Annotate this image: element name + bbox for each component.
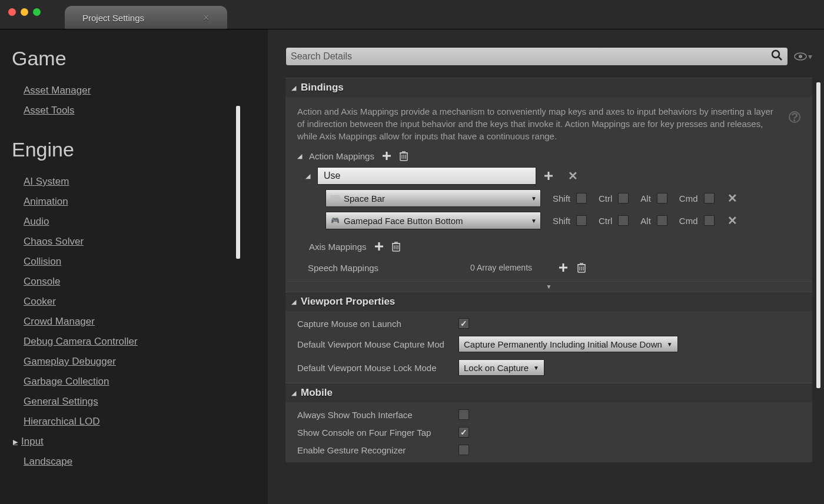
add-axis-mapping-button[interactable] (374, 241, 384, 252)
bindings-description: Action and Axis Mappings provide a mecha… (297, 105, 800, 142)
sidebar-item-ai-system[interactable]: AI System (24, 172, 256, 192)
maximize-window-button[interactable] (33, 8, 41, 16)
chevron-right-icon: ▶ (13, 438, 18, 446)
view-options-button[interactable]: ▾ (794, 52, 812, 61)
key-binding-row: 🎮 Gamepad Face Button Bottom ▼ Shift Ctr… (325, 212, 800, 229)
sidebar-item-debug-camera-controller[interactable]: Debug Camera Controller (24, 332, 256, 352)
expand-icon[interactable]: ◢ (291, 389, 296, 397)
sidebar-item-cooker[interactable]: Cooker (24, 292, 256, 312)
section-header-viewport[interactable]: ◢ Viewport Properties (285, 292, 812, 311)
eye-icon (794, 52, 807, 61)
add-action-mapping-button[interactable] (381, 151, 392, 161)
modifier-shift-label: Shift (553, 193, 570, 203)
key-selector-dropdown[interactable]: 🎮 Gamepad Face Button Bottom ▼ (325, 212, 541, 229)
modifier-alt-checkbox[interactable] (657, 193, 667, 203)
section-expand-handle[interactable]: ▼ (285, 281, 812, 292)
key-label: Gamepad Face Button Bottom (344, 216, 527, 226)
remove-key-button[interactable]: ✕ (727, 213, 737, 228)
prop-label: Enable Gesture Recognizer (285, 445, 451, 455)
titlebar: Project Settings × (0, 0, 824, 29)
speech-mappings-value: 0 Array elements (470, 263, 532, 272)
action-name-input[interactable] (317, 167, 536, 185)
section-header-bindings[interactable]: ◢ Bindings (285, 78, 812, 97)
mobile-body: Always Show Touch Interface Show Console… (285, 402, 812, 462)
sidebar-item-garbage-collection[interactable]: Garbage Collection (24, 372, 256, 392)
add-key-button[interactable] (543, 171, 554, 181)
expand-icon[interactable]: ◢ (305, 172, 310, 180)
content-scrollbar[interactable] (816, 82, 820, 388)
prop-row-touch-interface: Always Show Touch Interface (285, 406, 812, 423)
tab-project-settings[interactable]: Project Settings × (65, 6, 227, 29)
expand-icon[interactable]: ◢ (291, 84, 296, 92)
chevron-down-icon: ▼ (533, 365, 539, 371)
action-name-row: ◢ ✕ (305, 167, 800, 185)
sidebar-item-asset-manager[interactable]: Asset Manager (24, 81, 256, 101)
chevron-down-icon: ▼ (667, 341, 673, 348)
prop-label: Always Show Touch Interface (285, 410, 451, 420)
key-selector-dropdown[interactable]: ⌨ Space Bar ▼ (325, 189, 541, 207)
content-panel: ▾ ◢ Bindings Action and Axis Mappings pr… (268, 29, 824, 504)
add-speech-mapping-button[interactable] (558, 262, 569, 273)
gesture-checkbox[interactable] (458, 445, 469, 455)
touch-interface-checkbox[interactable] (458, 409, 469, 420)
action-mappings-label: Action Mappings (309, 151, 374, 161)
expand-icon[interactable]: ◢ (297, 152, 302, 160)
sidebar: Game Asset Manager Asset Tools Engine AI… (0, 29, 268, 504)
sidebar-item-animation[interactable]: Animation (24, 192, 256, 212)
sidebar-item-crowd-manager[interactable]: Crowd Manager (24, 312, 256, 332)
remove-action-button[interactable]: ✕ (568, 169, 578, 183)
action-mappings-row: ◢ Action Mappings (297, 151, 800, 161)
sidebar-item-collision[interactable]: Collision (24, 252, 256, 272)
help-icon[interactable]: ? (789, 111, 800, 123)
sidebar-scrollbar[interactable] (236, 106, 240, 259)
tab-close-icon[interactable]: × (203, 12, 210, 24)
modifier-alt-label: Alt (640, 193, 651, 203)
section-header-mobile[interactable]: ◢ Mobile (285, 383, 812, 402)
modifier-alt-checkbox[interactable] (657, 215, 667, 226)
capture-on-launch-checkbox[interactable] (458, 318, 469, 329)
close-window-button[interactable] (8, 8, 16, 16)
delete-action-mapping-button[interactable] (399, 151, 408, 161)
modifier-ctrl-checkbox[interactable] (618, 215, 629, 226)
svg-point-3 (799, 55, 802, 58)
sidebar-item-asset-tools[interactable]: Asset Tools (24, 101, 256, 121)
modifier-cmd-checkbox[interactable] (704, 193, 715, 203)
window-controls (8, 8, 41, 16)
prop-label: Show Console on Four Finger Tap (285, 428, 451, 438)
modifier-cmd-checkbox[interactable] (704, 215, 715, 226)
tab-title: Project Settings (82, 13, 144, 23)
chevron-down-icon: ▼ (531, 218, 537, 224)
sidebar-item-gameplay-debugger[interactable]: Gameplay Debugger (24, 352, 256, 372)
modifier-shift-checkbox[interactable] (576, 215, 587, 226)
lock-mode-dropdown[interactable]: Lock on Capture ▼ (458, 359, 544, 376)
prop-label: Default Viewport Mouse Capture Mod (285, 339, 451, 349)
delete-speech-mapping-button[interactable] (577, 262, 586, 273)
modifier-ctrl-checkbox[interactable] (618, 193, 629, 203)
category-game-title: Game (12, 47, 256, 70)
sidebar-item-hierarchical-lod[interactable]: Hierarchical LOD (24, 412, 256, 432)
prop-label: Capture Mouse on Launch (285, 319, 451, 329)
modifier-shift-checkbox[interactable] (576, 193, 587, 203)
sidebar-item-console[interactable]: Console (24, 272, 256, 292)
prop-label: Default Viewport Mouse Lock Mode (285, 363, 451, 373)
expand-icon[interactable]: ◢ (291, 298, 296, 306)
prop-row-gesture: Enable Gesture Recognizer (285, 441, 812, 459)
sidebar-item-general-settings[interactable]: General Settings (24, 392, 256, 412)
sidebar-item-input[interactable]: ▶ Input (24, 432, 256, 452)
sidebar-item-audio[interactable]: Audio (24, 212, 256, 232)
remove-key-button[interactable]: ✕ (727, 191, 737, 205)
search-box[interactable] (285, 47, 788, 66)
capture-mode-dropdown[interactable]: Capture Permanently Including Initial Mo… (458, 336, 678, 352)
minimize-window-button[interactable] (21, 8, 28, 16)
sidebar-item-landscape[interactable]: Landscape (24, 452, 256, 472)
console-tap-checkbox[interactable] (458, 427, 469, 438)
sidebar-item-chaos-solver[interactable]: Chaos Solver (24, 232, 256, 252)
category-engine-items: AI System Animation Audio Chaos Solver C… (24, 172, 256, 472)
bindings-body: Action and Axis Mappings provide a mecha… (285, 97, 812, 281)
search-input[interactable] (291, 51, 771, 62)
prop-row-lock-mode: Default Viewport Mouse Lock Mode Lock on… (285, 356, 812, 379)
prop-row-console-tap: Show Console on Four Finger Tap (285, 423, 812, 441)
category-engine-title: Engine (12, 138, 256, 161)
modifier-ctrl-label: Ctrl (599, 193, 612, 203)
delete-axis-mapping-button[interactable] (391, 241, 401, 252)
